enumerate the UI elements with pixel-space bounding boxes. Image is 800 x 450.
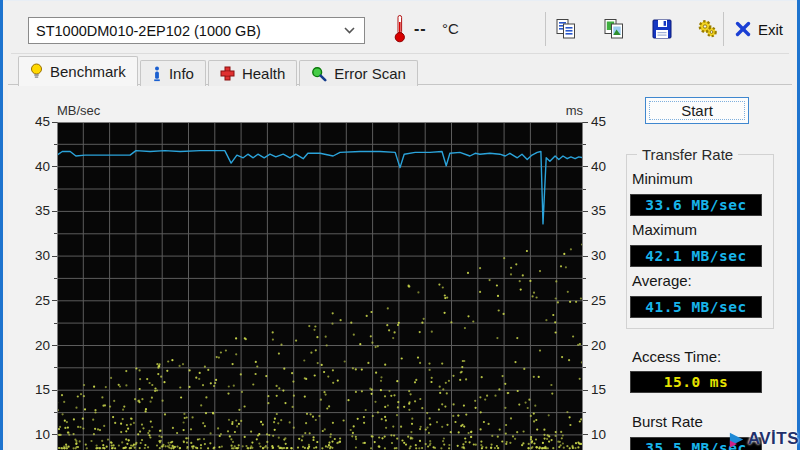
y-axis-tick xyxy=(583,144,586,145)
y-axis-tick xyxy=(54,233,57,234)
minimum-value: 33.6 MB/sec xyxy=(630,194,762,216)
save-button[interactable] xyxy=(649,16,675,42)
y-axis-tick xyxy=(583,367,586,368)
y-axis-tick xyxy=(54,144,57,145)
close-x-icon xyxy=(735,21,751,37)
options-icon xyxy=(696,17,720,41)
y-axis-tick xyxy=(583,345,588,346)
y-axis-label: 25 xyxy=(591,292,619,310)
y-axis-tick xyxy=(583,434,588,435)
tab-benchmark[interactable]: Benchmark xyxy=(18,56,138,86)
copy-text-icon xyxy=(555,18,577,40)
tab-health[interactable]: Health xyxy=(208,60,297,86)
y-axis-label: 20 xyxy=(591,337,619,355)
hd-tune-window: ST1000DM010-2EP102 (1000 GB) -- °C xyxy=(0,0,800,450)
window-top-edge xyxy=(3,0,797,1)
maximum-value: 42.1 MB/sec xyxy=(630,245,762,267)
tab-label: Error Scan xyxy=(334,65,406,82)
y-axis-label: 30 xyxy=(22,247,50,265)
access-time-value: 15.0 ms xyxy=(630,371,762,393)
thermometer-icon xyxy=(394,14,406,43)
temperature-value: -- xyxy=(414,20,427,38)
y-axis-tick xyxy=(583,256,588,257)
y-axis-tick xyxy=(583,300,588,301)
y-axis-label: 20 xyxy=(22,337,50,355)
tab-label: Benchmark xyxy=(50,63,126,80)
copy-image-icon xyxy=(603,18,625,40)
tab-bar: Benchmark Info Health Error Scan xyxy=(18,56,418,86)
y-axis-label: 15 xyxy=(591,381,619,399)
y-axis-label: 30 xyxy=(591,247,619,265)
average-value: 41.5 MB/sec xyxy=(630,296,762,318)
y-axis-tick xyxy=(52,390,57,391)
y-axis-tick xyxy=(54,189,57,190)
watermark-text: AVİTS xyxy=(748,429,799,449)
tab-info[interactable]: Info xyxy=(140,60,206,86)
y-axis-tick xyxy=(583,122,588,123)
drive-selector[interactable]: ST1000DM010-2EP102 (1000 GB) xyxy=(28,17,365,44)
y-axis-tick xyxy=(54,278,57,279)
save-icon xyxy=(651,18,673,40)
toolbar-separator xyxy=(723,12,724,46)
watermark: AVİTS xyxy=(727,429,799,449)
y-axis-tick xyxy=(583,323,586,324)
start-button[interactable]: Start xyxy=(645,97,749,124)
y-axis-unit-left: MB/sec xyxy=(57,103,100,118)
y-axis-label: 45 xyxy=(22,113,50,131)
minimum-label: Minimum xyxy=(632,170,693,187)
y-axis-label: 40 xyxy=(591,158,619,176)
exit-label: Exit xyxy=(758,21,783,38)
maximum-label: Maximum xyxy=(632,221,697,238)
y-axis-tick xyxy=(52,434,57,435)
y-axis-label: 40 xyxy=(22,158,50,176)
y-axis-tick xyxy=(583,189,586,190)
y-axis-label: 25 xyxy=(22,292,50,310)
y-axis-tick xyxy=(52,256,57,257)
info-icon xyxy=(152,66,162,82)
access-time-label: Access Time: xyxy=(632,348,721,365)
y-axis-tick xyxy=(583,278,586,279)
average-label: Average: xyxy=(632,272,692,289)
y-axis-tick xyxy=(583,390,588,391)
avits-logo-icon xyxy=(727,430,746,449)
chevron-down-icon xyxy=(344,27,355,34)
bulb-icon xyxy=(30,63,43,80)
y-axis-tick xyxy=(52,211,57,212)
window-accent-border-left xyxy=(0,0,3,450)
benchmark-plot xyxy=(57,122,583,450)
exit-button[interactable]: Exit xyxy=(730,15,788,43)
y-axis-tick xyxy=(583,412,586,413)
y-axis-label: 45 xyxy=(591,113,619,131)
health-cross-icon xyxy=(220,66,235,81)
y-axis-label: 15 xyxy=(22,381,50,399)
y-axis-tick xyxy=(583,211,588,212)
tab-error-scan[interactable]: Error Scan xyxy=(299,60,418,86)
y-axis-tick xyxy=(52,122,57,123)
y-axis-tick xyxy=(52,345,57,346)
burst-rate-label: Burst Rate xyxy=(632,413,703,430)
toolbar: ST1000DM010-2EP102 (1000 GB) -- °C xyxy=(3,1,797,55)
toolbar-separator xyxy=(545,12,546,46)
y-axis-tick xyxy=(52,300,57,301)
y-axis-tick xyxy=(52,166,57,167)
y-axis-unit-right: ms xyxy=(543,103,583,118)
y-axis-tick xyxy=(54,367,57,368)
copy-image-button[interactable] xyxy=(601,16,627,42)
options-button[interactable] xyxy=(695,16,721,42)
tab-label: Info xyxy=(169,65,194,82)
y-axis-tick xyxy=(583,233,586,234)
y-axis-tick xyxy=(583,166,588,167)
tab-label: Health xyxy=(242,65,285,82)
copy-text-button[interactable] xyxy=(553,16,579,42)
y-axis-tick xyxy=(54,412,57,413)
y-axis-tick xyxy=(54,323,57,324)
y-axis-label: 10 xyxy=(22,426,50,444)
y-axis-label: 35 xyxy=(22,202,50,220)
drive-selector-value: ST1000DM010-2EP102 (1000 GB) xyxy=(29,23,344,39)
y-axis-label: 35 xyxy=(591,202,619,220)
magnifier-icon xyxy=(311,66,327,82)
transfer-rate-title: Transfer Rate xyxy=(637,146,738,163)
temperature-unit: °C xyxy=(442,20,459,37)
y-axis-label: 10 xyxy=(591,426,619,444)
toolbar-divider xyxy=(11,53,789,54)
